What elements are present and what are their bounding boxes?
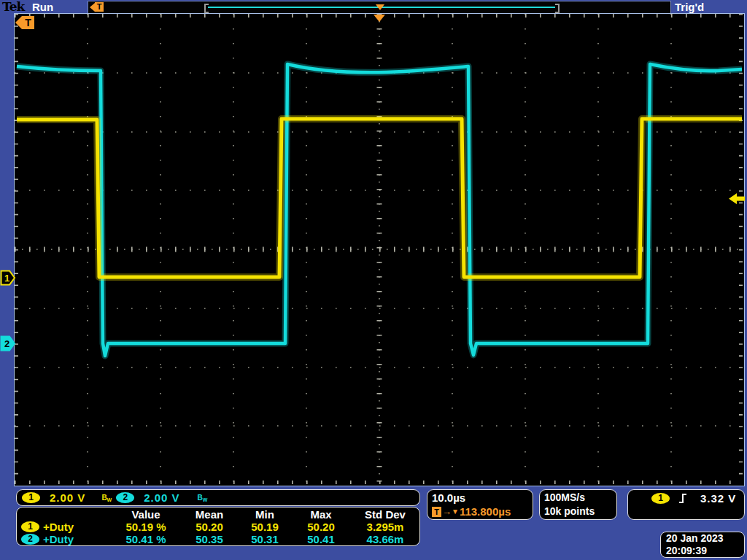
- meas-header-max: Max: [293, 508, 349, 521]
- meas-row1-value: 50.19 %: [110, 521, 182, 533]
- meas-row2-min: 50.31: [237, 533, 293, 545]
- window-bracket-left-icon: [204, 4, 209, 13]
- meas-header-stddev: Std Dev: [349, 508, 421, 521]
- meas-row2-label: 2 +Duty: [20, 533, 110, 545]
- ch2-scale: 2.00 V: [144, 491, 179, 504]
- trigger-level: 3.32 V: [700, 492, 736, 505]
- measurements-panel: Value Mean Min Max Std Dev 1 +Duty 50.19…: [16, 507, 420, 546]
- ch1-marker-label: 1: [4, 273, 9, 284]
- acquisition-state-label: Run: [32, 0, 53, 14]
- ch2-waveform: [17, 64, 742, 356]
- waveform-display: T: [14, 13, 745, 486]
- channel-readout-bar[interactable]: 1 2.00 V BW 2 2.00 V BW: [16, 489, 420, 506]
- meas-row1-name: +Duty: [43, 521, 74, 533]
- meas-header-min: Min: [237, 508, 293, 521]
- meas-row1-min: 50.19: [237, 521, 293, 533]
- trigger-t-badge: T: [432, 507, 441, 517]
- ch2-position-marker[interactable]: 2: [0, 335, 16, 351]
- ch1-waveform: [17, 119, 742, 277]
- meas-header-mean: Mean: [182, 508, 237, 521]
- trigger-position-triangle[interactable]: [374, 15, 385, 22]
- triangle-down-icon: ▼: [452, 505, 459, 518]
- meas-row1-stddev: 3.295m: [349, 521, 421, 533]
- record-length: 10k points: [544, 505, 616, 518]
- ch2-bandwidth-icon: BW: [198, 494, 208, 502]
- top-status-bar: Tek Run T Trig'd: [0, 0, 747, 14]
- meas-row2-value: 50.41 %: [110, 533, 182, 545]
- meas-corner-blank: [20, 508, 110, 521]
- ch1-bandwidth-icon: BW: [101, 494, 112, 502]
- trigger-time-flag-icon: T: [90, 2, 104, 12]
- ch1-scale: 2.00 V: [50, 491, 85, 504]
- oscilloscope-screen: { "header": { "logo": "Tek", "acq_state"…: [0, 0, 747, 560]
- time-label: 20:09:39: [666, 545, 744, 557]
- delay-value: 113.800µs: [460, 505, 511, 518]
- meas-row2-mean: 50.35: [182, 533, 237, 545]
- meas-row2-stddev: 43.66m: [349, 533, 421, 545]
- graticule-grid: [15, 14, 743, 484]
- arrow-right-icon: →: [442, 505, 452, 518]
- arrow-left-icon: [15, 16, 22, 29]
- graticule-and-waveforms: [15, 14, 743, 484]
- arrow-left-icon: [90, 3, 95, 12]
- ch2-marker-label: 2: [4, 338, 9, 349]
- meas-row1-mean: 50.20: [182, 521, 237, 533]
- record-view-strip: T: [88, 1, 671, 14]
- trigger-position-icon: [376, 4, 384, 10]
- trigger-source-badge: 1: [651, 493, 670, 504]
- date-label: 20 Jan 2023: [666, 532, 744, 545]
- meas-row1-max: 50.20: [293, 521, 349, 533]
- ch2-badge: 2: [21, 534, 39, 545]
- meas-row1-label: 1 +Duty: [20, 521, 110, 533]
- rising-edge-icon: [678, 493, 687, 504]
- ch2-badge[interactable]: 2: [116, 492, 134, 503]
- window-bracket-right-icon: [555, 4, 560, 13]
- timebase-scale: 10.0µs: [432, 491, 533, 505]
- trigger-t-badge: T: [95, 2, 104, 12]
- trigger-status-label: Trig'd: [675, 0, 704, 14]
- trigger-t-badge: T: [22, 16, 34, 29]
- meas-row2-name: +Duty: [43, 533, 74, 545]
- trigger-offscreen-flag[interactable]: T: [15, 18, 34, 27]
- datetime-readout: 20 Jan 2023 20:09:39: [660, 532, 745, 558]
- tek-logo: Tek: [2, 0, 24, 14]
- timebase-delay: T → ▼ 113.800µs: [432, 505, 533, 518]
- acquisition-readout[interactable]: 100MS/s 10k points: [539, 489, 617, 520]
- timebase-readout[interactable]: 10.0µs T → ▼ 113.800µs: [427, 489, 533, 520]
- trigger-readout[interactable]: 1 3.32 V: [627, 489, 745, 520]
- meas-header-value: Value: [110, 508, 182, 521]
- meas-row2-max: 50.41: [293, 533, 349, 545]
- sample-rate: 100MS/s: [544, 491, 616, 505]
- trigger-level-arrow[interactable]: [729, 193, 745, 204]
- graticule-ticks: [15, 14, 743, 484]
- ch1-badge: 1: [21, 521, 39, 532]
- ch1-badge[interactable]: 1: [22, 492, 40, 503]
- ch1-position-marker[interactable]: 1: [0, 270, 16, 286]
